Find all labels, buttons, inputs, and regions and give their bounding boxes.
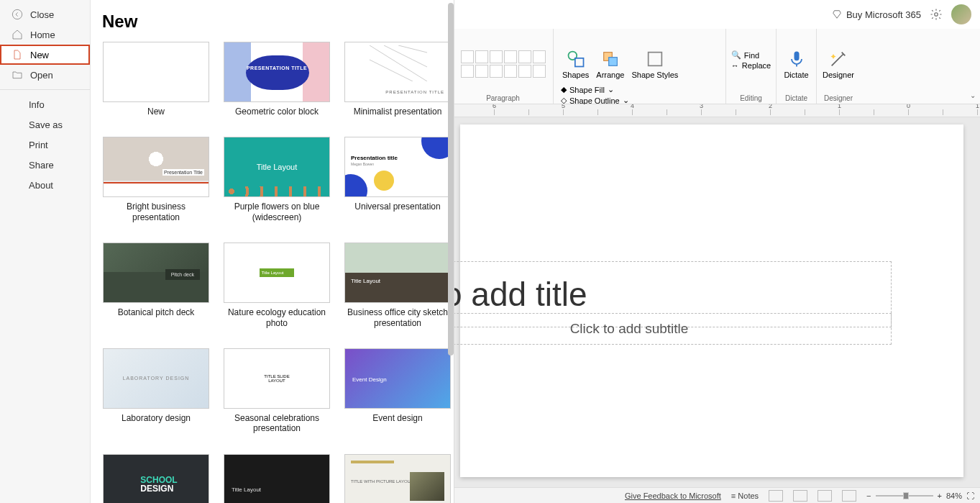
reading-view-button[interactable]: [818, 490, 832, 502]
template-label: Botanical pitch deck: [118, 307, 195, 317]
template-thumb: PRESENTATION TITLE: [344, 42, 451, 102]
bullets-button[interactable]: [461, 50, 474, 63]
templates-panel: New New PRESENTATION TITLE Geometric col…: [91, 0, 454, 503]
user-avatar[interactable]: [951, 4, 971, 24]
fit-to-window-button[interactable]: ⛶: [966, 491, 974, 500]
template-label: Bright business presentation: [103, 201, 209, 222]
template-seasonal[interactable]: TITLE SLIDE LAYOUT Seasonal celebrations…: [223, 348, 331, 434]
saveas-label: Save as: [29, 119, 63, 130]
justify-button[interactable]: [504, 65, 517, 78]
backstage-panel: Close Home New Open Info Save as Print S…: [0, 0, 454, 503]
indent-increase-button[interactable]: [504, 50, 517, 63]
columns-button[interactable]: [518, 65, 531, 78]
sidebar-item-close[interactable]: Close: [0, 4, 90, 24]
zoom-slider[interactable]: [876, 495, 933, 497]
info-label: Info: [29, 99, 45, 110]
shape-fill-icon: ◆: [561, 85, 567, 94]
template-bright-business[interactable]: Presentation Title Bright business prese…: [102, 137, 210, 222]
shape-styles-label: Shape Styles: [631, 71, 678, 79]
template-thumb: Event Design: [344, 348, 451, 409]
thumb-subtitle: DESIGN: [140, 484, 177, 493]
shapes-button[interactable]: Shapes: [561, 47, 590, 81]
notes-button[interactable]: ≡ Notes: [731, 491, 759, 500]
slide[interactable]: lick to add title Click to add subtitle: [460, 124, 963, 477]
shapes-label: Shapes: [562, 71, 589, 79]
numbering-button[interactable]: [475, 50, 488, 63]
dictate-button[interactable]: Dictate: [782, 47, 810, 81]
templates-scrollbar[interactable]: [448, 3, 454, 355]
find-button[interactable]: 🔍Find: [731, 50, 771, 60]
line-spacing-button[interactable]: [518, 50, 531, 63]
share-sidebar-label: Share: [29, 160, 54, 171]
align-text-button[interactable]: [533, 65, 546, 78]
template-thumb: Title Layout: [224, 243, 330, 303]
template-purple-flowers[interactable]: Title Layout Purple flowers on blue (wid…: [223, 137, 331, 222]
template-universal[interactable]: Presentation titleMegan Bowen Universal …: [344, 137, 452, 222]
indent-decrease-button[interactable]: [490, 50, 503, 63]
slide-canvas[interactable]: lick to add title Click to add subtitle: [453, 117, 980, 487]
ribbon: Paragraph Shapes Arrange Shape Styles ◆S…: [453, 29, 980, 104]
replace-icon: ↔: [731, 61, 739, 70]
thumb-title: PRESENTATION TITLE: [385, 90, 444, 94]
ribbon-expand-button[interactable]: ⌄: [970, 91, 976, 99]
thumb-title: Title Layout: [260, 268, 295, 277]
arrange-label: Arrange: [596, 71, 624, 79]
shape-styles-icon: [645, 49, 665, 69]
arrange-button[interactable]: Arrange: [595, 47, 626, 81]
template-school[interactable]: SCHOOLDESIGN School design: [102, 454, 210, 503]
template-nature-ecology[interactable]: Title Layout Nature ecology education ph…: [223, 243, 331, 328]
template-minimalist[interactable]: PRESENTATION TITLE Minimalist presentati…: [344, 42, 452, 117]
sidebar-item-info[interactable]: Info: [0, 94, 90, 114]
shapes-icon: [566, 49, 586, 69]
sidebar-item-home[interactable]: Home: [0, 24, 90, 45]
template-business-office[interactable]: Title Layout Business office city sketch…: [344, 243, 452, 328]
settings-gear-icon[interactable]: [930, 8, 943, 21]
template-botanical[interactable]: Pitch deck Botanical pitch deck: [102, 243, 210, 328]
slideshow-view-button[interactable]: [842, 490, 856, 502]
shape-outline-label: Shape Outline: [569, 96, 620, 105]
magic-wand-icon: [828, 49, 848, 69]
new-file-icon: [12, 49, 23, 60]
template-geometric[interactable]: PRESENTATION TITLE Geometric color block: [223, 42, 331, 117]
template-label: Nature ecology education photo: [224, 307, 330, 328]
sidebar-item-new[interactable]: New: [0, 45, 90, 65]
template-thumb: Title Layout: [344, 243, 451, 303]
sidebar-item-print[interactable]: Print: [0, 135, 90, 155]
template-laboratory[interactable]: LABORATORY DESIGN Laboratory design: [102, 348, 210, 434]
text-direction-button[interactable]: [533, 50, 546, 63]
template-academic[interactable]: TITLE WITH PICTURE LAYOUT Academic: [344, 454, 452, 503]
folder-open-icon: [12, 69, 23, 81]
align-center-button[interactable]: [475, 65, 488, 78]
sidebar-item-about[interactable]: About: [0, 175, 90, 195]
zoom-level[interactable]: 84%: [946, 491, 962, 500]
slide-sorter-view-button[interactable]: [793, 490, 807, 502]
thumb-title: SCHOOL: [140, 476, 177, 484]
replace-button[interactable]: ↔Replace: [731, 61, 771, 70]
sidebar-item-saveas[interactable]: Save as: [0, 114, 90, 135]
designer-button[interactable]: Designer: [821, 47, 856, 81]
shape-styles-button[interactable]: Shape Styles: [630, 47, 679, 81]
sidebar-item-share[interactable]: Share: [0, 155, 90, 175]
close-label: Close: [30, 9, 54, 20]
zoom-out-button[interactable]: −: [866, 491, 871, 500]
template-chalkboard[interactable]: Title Layout Chalkboard education: [223, 454, 331, 503]
normal-view-button[interactable]: [769, 490, 783, 502]
zoom-in-button[interactable]: +: [938, 491, 942, 500]
template-event[interactable]: Event Design Event design: [344, 348, 452, 434]
thumb-title: TITLE WITH PICTURE LAYOUT: [351, 479, 413, 484]
paragraph-group-label: Paragraph: [486, 93, 520, 102]
template-label: Seasonal celebrations presentation: [224, 413, 330, 434]
feedback-link[interactable]: Give Feedback to Microsoft: [625, 491, 721, 500]
align-left-button[interactable]: [461, 65, 474, 78]
template-label: Event design: [372, 413, 422, 423]
new-heading: New: [102, 12, 448, 32]
buy-microsoft-365-button[interactable]: Buy Microsoft 365: [832, 9, 921, 20]
align-right-button[interactable]: [490, 65, 503, 78]
geometric-lines-icon: [370, 45, 427, 81]
template-thumb: [103, 42, 209, 102]
sidebar-item-open[interactable]: Open: [0, 65, 90, 85]
template-blank[interactable]: New: [102, 42, 210, 117]
find-label: Find: [744, 51, 759, 60]
shape-fill-button[interactable]: ◆Shape Fill⌄: [561, 85, 629, 94]
thumb-title: Presentation Title: [162, 169, 204, 176]
